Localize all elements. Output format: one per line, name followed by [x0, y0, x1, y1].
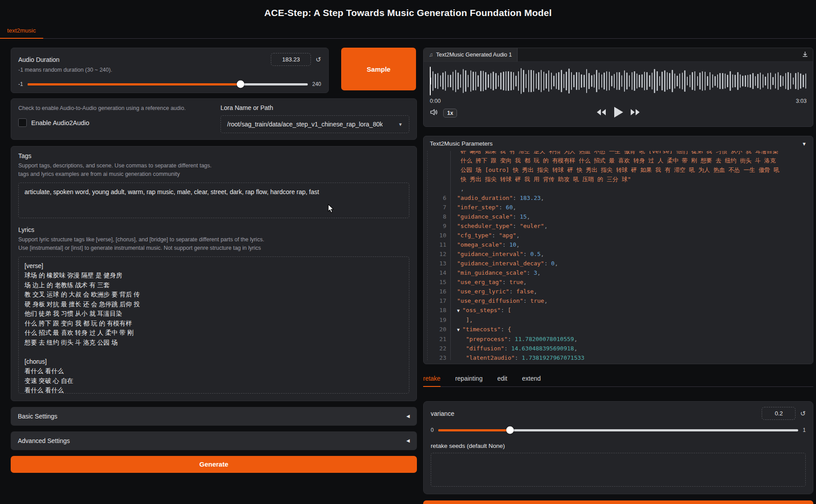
- audio-duration-slider[interactable]: [28, 83, 308, 85]
- waveform-bar: [674, 73, 676, 89]
- waveform-bar: [798, 72, 799, 90]
- retake-button[interactable]: Retake: [423, 500, 813, 504]
- json-line: 公园 场 [outro] 快 秀出 指尖 转球 砰 快 秀出 指尖 转球 砰 如…: [428, 165, 809, 175]
- waveform-bar: [629, 75, 630, 87]
- slider-thumb[interactable]: [237, 81, 244, 88]
- enable-audio2audio-checkbox[interactable]: Enable Audio2Audio: [18, 118, 207, 127]
- waveform-bar: [473, 72, 474, 91]
- variance-max-label: 1: [803, 427, 806, 433]
- app: ACE-Step: A Step Towards Music Generatio…: [0, 0, 816, 504]
- retake-seeds-input[interactable]: [431, 453, 806, 487]
- waveform-bar: [672, 70, 673, 92]
- waveform-bar: [619, 72, 620, 90]
- slider-thumb[interactable]: [506, 427, 514, 434]
- waveform-bar: [530, 70, 532, 92]
- variance-input[interactable]: [762, 407, 796, 420]
- waveform-bar: [558, 72, 559, 90]
- waveform-bar: [523, 70, 524, 92]
- basic-settings-accordion[interactable]: Basic Settings ◀: [11, 407, 417, 426]
- advanced-settings-accordion[interactable]: Advanced Settings ◀: [11, 431, 417, 450]
- tags-info-1: Support tags, descriptions, and scene. U…: [18, 162, 409, 170]
- waveform-bar: [667, 72, 668, 90]
- waveform-bar: [722, 73, 723, 89]
- audio-duration-info: -1 means random duration (30 ~ 240).: [18, 66, 321, 74]
- json-line: 砰 唰哈 如果 我 有 滞空 逆天 补扣 为人 热血 不怂 一生 傲骨 吼 [v…: [428, 151, 809, 156]
- total-duration: 3:03: [796, 98, 807, 104]
- reset-icon[interactable]: ↺: [800, 410, 806, 417]
- params-header: Text2Music Parameters ▼: [424, 136, 813, 150]
- json-line: 18▼"oss_steps": [: [428, 305, 809, 315]
- waveform-bar: [609, 72, 610, 90]
- reset-icon[interactable]: ↺: [315, 56, 321, 63]
- tags-info-2: tags and lyrics examples are from ai mus…: [18, 170, 409, 179]
- waveform-bar: [646, 72, 648, 90]
- waveform-bar: [750, 74, 751, 88]
- json-line: 快 秀出 指尖 转球 砰 我 用 背传 助攻 吼 压哨 的 三分 球": [428, 175, 809, 184]
- main-tabbar: text2music: [0, 24, 816, 39]
- forward-icon[interactable]: [630, 108, 640, 118]
- json-line: 15"use_erg_tag": true,: [428, 277, 809, 287]
- tab-edit[interactable]: edit: [497, 372, 507, 386]
- rewind-icon[interactable]: [596, 108, 606, 118]
- left-column: Audio Duration ↺ -1 means random duratio…: [11, 48, 417, 504]
- waveform-bar: [775, 73, 776, 89]
- json-line: 什么 胯下 跟 变向 我 都 玩 的 有模有样 什么 招式 最 喜欢 转身 过 …: [428, 156, 809, 165]
- waveform-bar: [457, 73, 459, 89]
- params-title: Text2Music Parameters: [430, 140, 493, 147]
- waveform-bar: [682, 73, 683, 89]
- waveform-bar: [795, 73, 796, 89]
- waveform-bar: [475, 72, 477, 90]
- json-line: 6"audio_duration": 183.23,: [428, 193, 809, 203]
- playhead[interactable]: [430, 67, 431, 95]
- variance-slider[interactable]: [438, 429, 799, 431]
- tab-retake[interactable]: retake: [423, 372, 441, 387]
- json-line: ,: [428, 184, 809, 193]
- waveform-bar: [508, 71, 509, 91]
- audio2audio-left: Check to enable Audio-to-Audio generatio…: [18, 104, 207, 133]
- waveform-bar: [604, 73, 605, 89]
- sample-button[interactable]: Sample: [341, 48, 416, 90]
- enable-audio2audio-label: Enable Audio2Audio: [31, 119, 90, 126]
- json-line: 13"guidance_interval_decay": 0,: [428, 259, 809, 268]
- waveform-bar: [699, 73, 701, 89]
- waveform-bar: [488, 74, 489, 88]
- waveform-bar: [541, 70, 542, 93]
- waveform[interactable]: [430, 67, 807, 95]
- audio2audio-panel: Check to enable Audio-to-Audio generatio…: [11, 98, 417, 140]
- waveform-bar: [583, 75, 585, 87]
- waveform-bar: [445, 71, 446, 91]
- waveform-bar: [450, 75, 451, 88]
- tab-extend[interactable]: extend: [522, 372, 541, 386]
- collapse-icon[interactable]: ▼: [802, 141, 807, 146]
- generate-button[interactable]: Generate: [11, 456, 417, 473]
- waveform-bar: [712, 74, 714, 88]
- waveform-bar: [490, 73, 492, 89]
- tab-text2music[interactable]: text2music: [0, 24, 43, 39]
- waveform-bar: [710, 72, 711, 90]
- checkbox-icon[interactable]: [18, 118, 27, 127]
- waveform-bar: [641, 74, 643, 87]
- json-line: 12"guidance_interval": 0.5,: [428, 249, 809, 259]
- tab-repainting[interactable]: repainting: [455, 372, 483, 386]
- waveform-bar: [536, 73, 537, 89]
- json-line: 17"use_erg_diffusion": true,: [428, 296, 809, 305]
- tags-input[interactable]: articulate, spoken word, young adult, wa…: [18, 183, 409, 218]
- waveform-bar: [571, 72, 572, 90]
- waveform-bar: [649, 75, 650, 87]
- waveform-bar: [506, 71, 507, 91]
- lyrics-input[interactable]: [verse] 球场 的 橡胶味 弥漫 隔壁 是 健身房 场 边上 的 老教练 …: [18, 256, 409, 394]
- waveform-bar: [503, 72, 504, 90]
- main-content: Audio Duration ↺ -1 means random duratio…: [0, 39, 816, 504]
- download-icon[interactable]: [802, 51, 808, 59]
- waveform-bar: [477, 75, 479, 87]
- waveform-bar: [657, 71, 658, 91]
- duration-row: Audio Duration ↺ -1 means random duratio…: [11, 48, 417, 93]
- audio-duration-input[interactable]: [271, 53, 311, 66]
- waveform-bar: [518, 71, 519, 91]
- waveform-bar: [669, 73, 670, 89]
- audio-title-tab[interactable]: ♫ Text2Music Generated Audio 1: [424, 48, 518, 61]
- lora-dropdown[interactable]: /root/sag_train/data/ace_step_v1_chinese…: [220, 115, 409, 133]
- waveform-bar: [644, 72, 645, 90]
- chevron-down-icon: ▼: [398, 122, 403, 127]
- play-icon[interactable]: [613, 106, 623, 120]
